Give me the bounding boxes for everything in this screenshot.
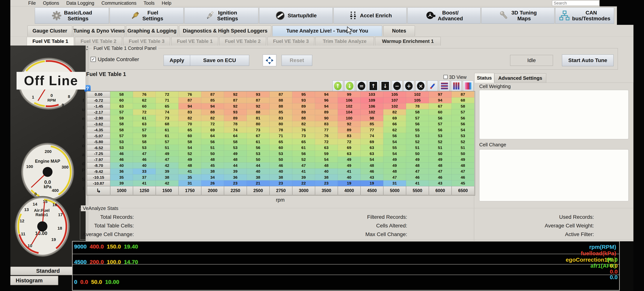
ve-cell[interactable]: 85 xyxy=(360,121,383,127)
ve-cell[interactable]: 47 xyxy=(429,168,452,174)
ve-cell[interactable]: 40 xyxy=(133,162,156,168)
ve-cell[interactable]: 50 xyxy=(247,157,270,162)
ve-cell[interactable]: 100 xyxy=(338,115,360,121)
ve-cell[interactable]: 60 xyxy=(270,145,292,151)
ve-cell[interactable]: 51 xyxy=(156,145,178,151)
ve-cell[interactable]: 56 xyxy=(429,115,452,121)
ve-cell[interactable]: 45 xyxy=(452,180,474,186)
ve-cell[interactable]: 50 xyxy=(270,157,292,162)
primary-tab-1[interactable]: Gauge Cluster xyxy=(28,26,72,36)
ve-cell[interactable]: 52 xyxy=(178,151,201,157)
ve-cell[interactable]: 52 xyxy=(452,139,474,145)
ve-cell[interactable]: 63 xyxy=(338,151,360,157)
ve-cell[interactable]: 54 xyxy=(383,139,406,145)
tab-advanced-settings[interactable]: Advanced Settings xyxy=(494,73,546,83)
ve-cell[interactable]: 65 xyxy=(270,139,292,145)
ve-cell[interactable]: 83 xyxy=(178,109,201,115)
ve-cell[interactable]: 60 xyxy=(429,109,452,115)
ve-cell[interactable]: 70 xyxy=(178,121,201,127)
ve-cell[interactable]: 39 xyxy=(156,168,178,174)
ve-cell[interactable]: 55 xyxy=(383,145,406,151)
ve-cell[interactable]: 93 xyxy=(224,109,247,115)
ve-cell[interactable]: 49 xyxy=(224,151,247,157)
ve-cell[interactable]: 38 xyxy=(201,168,224,174)
ve-cell[interactable]: 49 xyxy=(429,157,452,162)
ve-cell[interactable]: 58 xyxy=(110,127,133,133)
toolbar-button-boost-advanced[interactable]: Boost/Advanced xyxy=(408,8,480,24)
primary-tab-2[interactable]: Tuning & Dyno Views xyxy=(73,26,125,36)
primary-tab-5[interactable]: Tune Analyze Live! - Tune For You xyxy=(272,26,382,36)
ve-cell[interactable]: 47 xyxy=(133,151,156,157)
ve-cell[interactable]: 88 xyxy=(270,98,292,103)
ve-cell[interactable]: 89 xyxy=(292,109,315,115)
ve-cell[interactable]: 61 xyxy=(133,115,156,121)
ve-cell[interactable]: 83 xyxy=(338,133,360,139)
ve-cell[interactable]: 49 xyxy=(338,157,360,162)
ve-cell[interactable]: 58 xyxy=(452,103,474,109)
table-tab-4[interactable]: Fuel VE Table 1 xyxy=(171,37,218,46)
ve-cell[interactable]: 56 xyxy=(452,121,474,127)
ve-cell[interactable]: 69 xyxy=(338,145,360,151)
ve-cell[interactable]: 46 xyxy=(452,174,474,180)
ve-cell[interactable]: 65 xyxy=(292,139,315,145)
ve-cell[interactable]: 74 xyxy=(224,127,247,133)
ve-cell[interactable]: 41 xyxy=(133,180,156,186)
ve-cell[interactable]: 58 xyxy=(110,121,133,127)
ve-cell[interactable]: 72 xyxy=(338,139,360,145)
ve-cell[interactable]: 102 xyxy=(406,92,429,98)
table-tab-1[interactable]: Fuel VE Table 1 xyxy=(27,37,74,46)
ve-cell[interactable]: 104 xyxy=(338,109,360,115)
ve-cell[interactable]: 87 xyxy=(247,98,270,103)
ve-cell[interactable]: 61 xyxy=(156,127,178,133)
ve-cell[interactable]: 60 xyxy=(133,103,156,109)
ve-cell[interactable]: 47 xyxy=(292,162,315,168)
cell-toolbar-increment-button[interactable]: + xyxy=(404,80,414,92)
tab-status[interactable]: Status xyxy=(474,73,494,83)
ve-cell[interactable]: 45 xyxy=(201,162,224,168)
table-tab-6[interactable]: Fuel VE Table 3 xyxy=(268,37,314,46)
ve-cell[interactable]: 47 xyxy=(406,168,429,174)
ve-cell[interactable]: 23 xyxy=(315,180,338,186)
ve-cell[interactable]: 85 xyxy=(270,109,292,115)
ve-cell[interactable]: 47 xyxy=(156,157,178,162)
ve-cell[interactable]: 54 xyxy=(360,157,383,162)
ve-cell[interactable]: 31 xyxy=(383,180,406,186)
ve-cell[interactable]: 57 xyxy=(452,109,474,115)
search-input[interactable] xyxy=(552,0,600,6)
ve-cell[interactable]: 72 xyxy=(133,109,156,115)
ve-cell[interactable]: 53 xyxy=(406,133,429,139)
ve-cell[interactable]: 50 xyxy=(452,151,474,157)
ve-cell[interactable]: 35 xyxy=(178,174,201,180)
ve-cell[interactable]: 44 xyxy=(224,162,247,168)
primary-tab-4[interactable]: Diagnostics & High Speed Loggers xyxy=(179,26,271,36)
ve-cell[interactable]: 71 xyxy=(270,133,292,139)
ve-cell[interactable]: 40 xyxy=(315,168,338,174)
ve-cell[interactable]: 54 xyxy=(452,127,474,133)
ve-cell[interactable]: 64 xyxy=(201,133,224,139)
ve-cell[interactable]: 66 xyxy=(383,121,406,127)
ve-cell[interactable]: 87 xyxy=(178,98,201,103)
ve-cell[interactable]: 59 xyxy=(315,151,338,157)
ve-cell[interactable]: 76 xyxy=(133,92,156,98)
ve-cell[interactable]: 48 xyxy=(315,162,338,168)
ve-cell[interactable]: 78 xyxy=(406,103,429,109)
ve-cell[interactable]: 105 xyxy=(383,92,406,98)
ve-cell[interactable]: 76 xyxy=(315,133,338,139)
ve-cell[interactable]: 34 xyxy=(201,174,224,180)
primary-tab-3[interactable]: Graphing & Logging xyxy=(126,26,178,36)
ve-cell[interactable]: 67 xyxy=(429,103,452,109)
ve-cell[interactable]: 89 xyxy=(292,103,315,109)
ve-cell[interactable]: 80 xyxy=(247,121,270,127)
ve-cell[interactable]: 42 xyxy=(156,180,178,186)
ve-cell[interactable]: 37 xyxy=(133,174,156,180)
table-tab-3[interactable]: Fuel VE Table 3 xyxy=(123,37,170,46)
ve-cell[interactable]: 53 xyxy=(224,145,247,151)
ve-cell[interactable]: 87 xyxy=(201,92,224,98)
ve-cell[interactable]: 56 xyxy=(452,115,474,121)
toolbar-button-ignition-settings[interactable]: IgnitionSettings xyxy=(184,8,258,24)
ve-cell[interactable]: 93 xyxy=(292,98,315,103)
ve-cell[interactable]: 48 xyxy=(360,162,383,168)
ve-cell[interactable]: 98 xyxy=(360,115,383,121)
ve-cell[interactable]: 56 xyxy=(201,139,224,145)
ve-cell[interactable]: 53 xyxy=(133,145,156,151)
